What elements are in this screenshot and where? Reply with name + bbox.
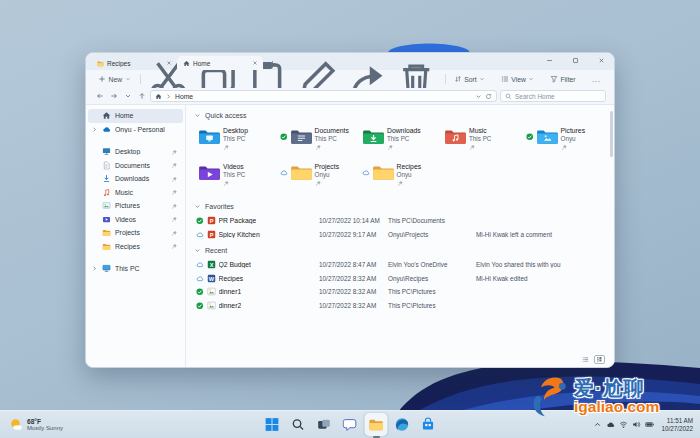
pin-icon xyxy=(171,230,178,237)
tile-name: Downloads xyxy=(387,127,421,134)
quick-access-tile[interactable]: Videos This PC xyxy=(194,160,276,196)
search-button[interactable] xyxy=(287,413,310,436)
store-button[interactable] xyxy=(417,413,440,436)
quick-access-tile[interactable]: Music This PC xyxy=(440,124,522,160)
address-bar: Home xyxy=(86,88,614,105)
sidebar-item[interactable]: Videos xyxy=(88,213,183,227)
chevron-down-icon[interactable] xyxy=(475,93,482,100)
large-icons-view-button[interactable] xyxy=(594,355,605,364)
svg-text:P: P xyxy=(209,231,213,237)
scrollbar[interactable] xyxy=(610,111,613,157)
close-button[interactable] xyxy=(588,53,614,68)
recent-header[interactable]: Recent xyxy=(194,244,604,257)
tile-name: Music xyxy=(469,127,491,134)
wifi-icon[interactable] xyxy=(619,420,628,429)
chevron-right-icon xyxy=(165,93,172,100)
quick-access-tile[interactable]: Projects Onyu xyxy=(276,160,358,196)
chat-button[interactable] xyxy=(339,413,362,436)
volume-icon[interactable] xyxy=(632,420,641,429)
breadcrumb-root[interactable]: Home xyxy=(175,93,193,100)
pin-icon xyxy=(171,162,178,169)
filter-button[interactable]: Filter xyxy=(546,73,580,85)
pin-icon xyxy=(315,180,322,187)
breadcrumb[interactable]: Home xyxy=(150,90,497,102)
sidebar-item[interactable]: Pictures xyxy=(88,199,183,213)
more-options-button[interactable]: ... xyxy=(587,74,606,85)
sidebar-item[interactable]: Home xyxy=(88,109,183,123)
file-activity: Mi-Hi Kwak edited xyxy=(476,275,604,282)
file-row[interactable]: W Recipes 10/27/2022 8:32 AM Onyu\Recipe… xyxy=(194,272,604,286)
file-row[interactable]: dinner2 10/27/2022 8:32 AM This PC\Pictu… xyxy=(194,299,604,313)
tsearch-icon xyxy=(291,417,306,432)
tile-name: Projects xyxy=(315,163,340,170)
sidebar-item[interactable]: Music xyxy=(88,186,183,200)
sidebar-item[interactable]: Downloads xyxy=(88,172,183,186)
recent-locations-button[interactable] xyxy=(122,91,133,102)
pin-icon xyxy=(315,144,322,151)
pin-icon xyxy=(171,216,178,223)
quick-access-tile[interactable]: Documents This PC xyxy=(276,124,358,160)
quick-access-tile[interactable]: Recipes Onyu xyxy=(358,160,440,196)
battery-icon[interactable] xyxy=(645,420,654,429)
details-view-button[interactable] xyxy=(580,355,591,364)
chevron-up-icon[interactable] xyxy=(593,420,602,429)
window-controls xyxy=(536,53,614,68)
sidebar-item[interactable]: Projects xyxy=(88,226,183,240)
explorer-tab[interactable]: Recipes xyxy=(91,56,177,70)
start-button[interactable] xyxy=(261,413,284,436)
sidebar-item[interactable]: Desktop xyxy=(88,145,183,159)
view-label: View xyxy=(511,76,526,83)
forward-button[interactable] xyxy=(108,91,119,102)
clock[interactable]: 11:51 AM 10/27/2022 xyxy=(661,417,693,433)
quick-access-tile[interactable]: Desktop This PC xyxy=(194,124,276,160)
refresh-icon[interactable] xyxy=(485,93,492,100)
file-date: 10/27/2022 8:32 AM xyxy=(319,288,388,295)
sidebar-item[interactable]: Onyu - Personal xyxy=(88,123,183,137)
sidebar-item[interactable]: Documents xyxy=(88,159,183,173)
plus-icon xyxy=(98,75,106,83)
favorites-header[interactable]: Favorites xyxy=(194,200,604,213)
file-row[interactable]: P PR Package 10/27/2022 10:14 AM This PC… xyxy=(194,214,604,228)
sort-label: Sort xyxy=(464,76,476,83)
file-activity: Mi-Hi Kwak left a comment xyxy=(476,231,604,238)
sidebar-item[interactable]: This PC xyxy=(88,262,183,276)
fvideos-icon xyxy=(198,164,221,181)
sidebar-item[interactable]: Recipes xyxy=(88,240,183,254)
tab-close-icon[interactable] xyxy=(250,59,259,68)
edge-button[interactable] xyxy=(391,413,414,436)
up-button[interactable] xyxy=(136,91,147,102)
task-view-button[interactable] xyxy=(313,413,336,436)
sbdesktop-icon xyxy=(102,147,111,156)
quick-access-tile[interactable]: Pictures Onyu xyxy=(522,124,604,160)
file-row[interactable]: dinner1 10/27/2022 8:32 AM This PC\Pictu… xyxy=(194,285,604,299)
pin-icon xyxy=(171,176,178,183)
new-button[interactable]: New xyxy=(94,73,135,85)
maximize-button[interactable] xyxy=(562,53,588,68)
file-explorer-button[interactable] xyxy=(365,413,388,436)
quick-access-tile[interactable]: Downloads This PC xyxy=(358,124,440,160)
back-button[interactable] xyxy=(94,91,105,102)
quick-access-header[interactable]: Quick access xyxy=(194,109,604,122)
search-box[interactable] xyxy=(500,90,606,102)
sort-button[interactable]: Sort xyxy=(450,73,489,85)
search-input[interactable] xyxy=(515,93,601,100)
onedrive-icon xyxy=(102,125,111,134)
tab-close-icon[interactable] xyxy=(164,59,173,68)
file-date: 10/27/2022 8:32 AM xyxy=(319,302,388,309)
fdocuments-icon xyxy=(290,128,313,145)
file-location: Onyu\Projects xyxy=(388,231,476,238)
chevron-right-icon[interactable] xyxy=(91,126,98,133)
weather-condition: Mostly Sunny xyxy=(27,425,63,431)
file-row[interactable]: P Spicy Kitchen 10/27/2022 9:17 AM Onyu\… xyxy=(194,228,604,242)
onedrive-tray-icon[interactable] xyxy=(606,420,615,429)
file-name: dinner2 xyxy=(219,302,242,309)
view-button[interactable]: View xyxy=(497,73,539,85)
file-row[interactable]: X Q2 Budget 10/27/2022 8:47 AM Elvin Yoo… xyxy=(194,258,604,272)
synced-icon xyxy=(196,302,204,310)
chevron-right-icon[interactable] xyxy=(91,265,98,272)
weather-widget[interactable]: 68°F Mostly Sunny xyxy=(0,411,71,438)
tile-name: Desktop xyxy=(223,127,248,134)
explorer-tab[interactable]: Home xyxy=(177,56,263,70)
minimize-button[interactable] xyxy=(536,53,562,68)
word-icon: W xyxy=(207,274,216,283)
